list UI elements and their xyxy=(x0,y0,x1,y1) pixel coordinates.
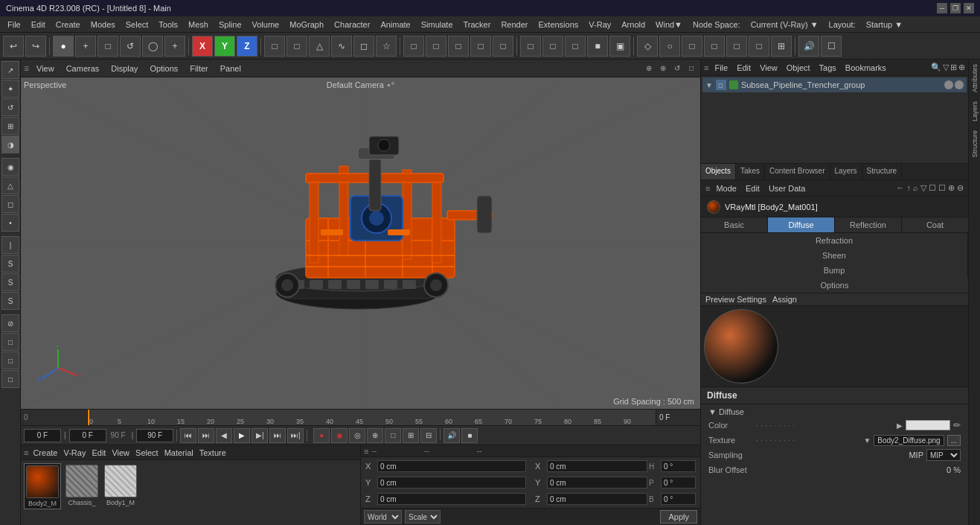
attr-search-icon[interactable]: ⌕ xyxy=(913,183,918,193)
tool-new[interactable]: + xyxy=(164,36,185,57)
mat-menu-create[interactable]: Create xyxy=(31,448,59,457)
lt-tool2[interactable]: S xyxy=(1,255,19,273)
obj-menu-bookmarks[interactable]: Bookmarks xyxy=(842,63,889,72)
tool-c4[interactable]: □ xyxy=(704,36,725,57)
lt-layer1[interactable]: □ xyxy=(1,333,19,351)
menu-mesh[interactable]: Mesh xyxy=(184,19,213,31)
obj-menu-tags[interactable]: Tags xyxy=(816,63,839,72)
pb-next[interactable]: ▶| xyxy=(252,428,268,443)
lt-rotate[interactable]: ↺ xyxy=(1,98,19,116)
axis-x[interactable]: X xyxy=(192,36,213,57)
pb-mograph[interactable]: ⊞ xyxy=(403,428,419,443)
tab-content-browser[interactable]: Content Browser xyxy=(765,164,830,179)
rot-z-input[interactable] xyxy=(547,493,647,505)
tool-param4[interactable]: □ xyxy=(470,36,491,57)
pb-record[interactable]: ● xyxy=(313,428,330,443)
obj-search-icon[interactable]: 🔍 xyxy=(931,63,941,72)
menu-file[interactable]: File xyxy=(3,19,25,31)
redo-button[interactable]: ↪ xyxy=(25,36,46,57)
menu-mograph[interactable]: MoGraph xyxy=(285,19,328,31)
color-dropdown-arrow[interactable]: ▶ xyxy=(897,421,903,430)
mat-tab-bump[interactable]: Bump xyxy=(701,263,968,278)
lt-move[interactable]: ✦ xyxy=(1,80,19,98)
tool-c5[interactable]: □ xyxy=(726,36,747,57)
axis-y[interactable]: Y xyxy=(214,36,235,57)
mat-menu-view[interactable]: View xyxy=(110,448,131,457)
menu-volume[interactable]: Volume xyxy=(248,19,284,31)
lt-scale[interactable]: ⊞ xyxy=(1,117,19,135)
pb-motion[interactable]: ◎ xyxy=(349,428,365,443)
pos-y-input[interactable] xyxy=(377,477,526,489)
lt-select[interactable]: ↗ xyxy=(1,61,19,79)
obj-menu-file[interactable]: File xyxy=(711,63,731,72)
mat-menu-material[interactable]: Material xyxy=(163,448,195,457)
vp-icon-center[interactable]: ⊕ xyxy=(657,63,669,74)
obj-layers-icon[interactable]: ⊞ xyxy=(950,63,957,72)
pb-sound[interactable]: 🔊 xyxy=(443,428,460,443)
tool-object[interactable]: ◯ xyxy=(142,36,163,57)
menu-tracker[interactable]: Tracker xyxy=(459,19,496,31)
texture-filename[interactable]: Body2_Diffuse.png xyxy=(874,435,944,446)
menu-nodespace-value[interactable]: Current (V-Ray) ▼ xyxy=(746,19,823,31)
rot-b-input[interactable] xyxy=(661,493,696,505)
obj-vis-dot-1[interactable] xyxy=(944,80,953,89)
undo-button[interactable]: ↩ xyxy=(3,36,24,57)
tool-c2[interactable]: ○ xyxy=(659,36,680,57)
lt-edge[interactable]: ◻ xyxy=(1,195,19,213)
attr-expand-icon[interactable]: ⊕ xyxy=(948,183,955,193)
menu-animate[interactable]: Animate xyxy=(376,19,414,31)
texture-dropdown-arrow[interactable]: ▼ xyxy=(863,436,871,445)
mat-tab-options[interactable]: Options xyxy=(701,278,968,293)
tool-b2[interactable]: □ xyxy=(542,36,563,57)
tool-b1[interactable]: □ xyxy=(520,36,541,57)
material-item-chassis[interactable]: Chassis_ xyxy=(64,463,100,509)
lt-polygon[interactable]: △ xyxy=(1,176,19,194)
tool-light[interactable]: ☆ xyxy=(376,36,397,57)
tool-model[interactable]: □ xyxy=(264,36,285,57)
strip-attributes[interactable]: Attributes xyxy=(970,61,980,95)
attr-collapse-icon[interactable]: ⊖ xyxy=(957,183,964,193)
tool-polygon[interactable]: △ xyxy=(309,36,330,57)
tool-camera[interactable]: ◻ xyxy=(353,36,374,57)
pb-last[interactable]: ⏭| xyxy=(287,428,304,443)
pb-auto[interactable]: ◉ xyxy=(331,428,348,443)
tab-takes[interactable]: Takes xyxy=(736,164,765,179)
mat-tab-coat[interactable]: Coat xyxy=(902,217,968,232)
tool-null[interactable]: □ xyxy=(286,36,307,57)
rot-y-input[interactable] xyxy=(547,477,647,489)
pb-play[interactable]: ▶ xyxy=(234,428,250,443)
lt-tool4[interactable]: S xyxy=(1,292,19,310)
restore-button[interactable]: ❐ xyxy=(950,3,961,13)
pb-next-key[interactable]: ⏭ xyxy=(269,428,286,443)
menu-extensions[interactable]: Extensions xyxy=(534,19,583,31)
obj-menu-object[interactable]: Object xyxy=(784,63,813,72)
vp-menu-icon[interactable]: ≡ xyxy=(24,63,29,74)
mat-menu-vray[interactable]: V-Ray xyxy=(62,448,87,457)
menu-edit[interactable]: Edit xyxy=(27,19,50,31)
vp-menu-filter[interactable]: Filter xyxy=(185,63,212,74)
material-item-body1[interactable]: Body1_M xyxy=(103,463,138,509)
attr-menu-icon[interactable]: ≡ xyxy=(705,184,710,193)
attr-up-icon[interactable]: ↑ xyxy=(907,183,912,193)
tool-param2[interactable]: □ xyxy=(426,36,446,57)
mat-toolbar-menu[interactable]: ≡ xyxy=(24,448,28,457)
obj-menu-edit[interactable]: Edit xyxy=(734,63,754,72)
attr-menu-edit[interactable]: Edit xyxy=(743,184,763,193)
rot-h-input[interactable] xyxy=(661,460,696,472)
diffuse-sub-label[interactable]: ▼ Diffuse xyxy=(702,406,967,418)
lt-layer2[interactable]: □ xyxy=(1,351,19,369)
menu-simulate[interactable]: Simulate xyxy=(417,19,458,31)
color-pick-icon[interactable]: ✏ xyxy=(953,420,961,430)
pb-first[interactable]: ⏮ xyxy=(180,428,196,443)
lt-knife[interactable]: ⊘ xyxy=(1,314,19,332)
mat-tab-sheen[interactable]: Sheen xyxy=(701,248,968,263)
attr-menu-mode[interactable]: Mode xyxy=(713,184,740,193)
strip-layers[interactable]: Layers xyxy=(970,98,980,124)
rot-x-input[interactable] xyxy=(547,460,647,472)
ps-assign[interactable]: Assign xyxy=(772,295,797,304)
menu-layout-value[interactable]: Startup ▼ xyxy=(862,19,907,31)
vp-menu-view[interactable]: View xyxy=(32,63,59,74)
frame-current-input[interactable] xyxy=(69,429,106,442)
menu-modes[interactable]: Modes xyxy=(86,19,120,31)
tool-rotate[interactable]: ↺ xyxy=(120,36,141,57)
